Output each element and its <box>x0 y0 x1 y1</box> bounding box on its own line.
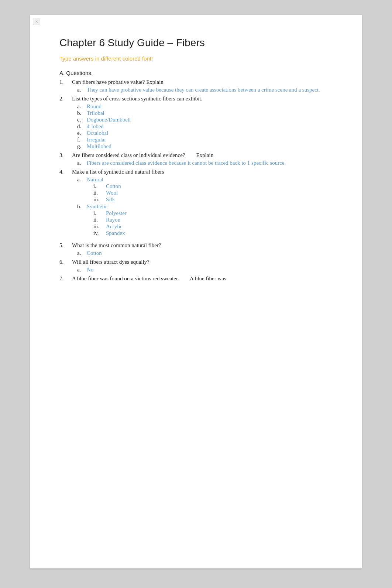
sub-label: iii. <box>93 196 104 203</box>
answer-text: Irregular <box>87 137 106 143</box>
sub-label: i. <box>93 183 104 189</box>
document-page: ✕ Chapter 6 Study Guide – Fibers Type an… <box>30 15 362 569</box>
section-a-header: A. Questions. <box>59 70 333 76</box>
sub-text: Polyester <box>106 210 127 216</box>
answer-label: f. <box>77 137 85 143</box>
answer-text: Octalobal <box>87 130 108 136</box>
list-item: a. Cotton <box>77 250 333 256</box>
q1-answers: a. They can have probative value because… <box>59 87 333 93</box>
list-item: g. Multilobed <box>77 143 333 150</box>
list-item: a. Natural <box>77 177 333 183</box>
q6-number: 6. <box>59 259 70 265</box>
answer-text: Round <box>87 103 102 110</box>
q4-text: Make a list of synthetic and natural fib… <box>72 169 164 175</box>
answer-label: d. <box>77 123 85 130</box>
list-item: iii. Acrylic <box>93 223 333 230</box>
q3-answers: a. Fibers are considered class evidence … <box>59 160 333 167</box>
answer-text: Dogbone/Dumbbell <box>87 117 131 123</box>
answer-label: c. <box>77 117 85 123</box>
q5-number: 5. <box>59 242 70 249</box>
q6-answers: a. No <box>59 267 333 273</box>
q2-text: List the types of cross sections synthet… <box>72 96 202 102</box>
list-item: a. No <box>77 267 333 273</box>
list-item: i. Cotton <box>93 183 333 189</box>
answer-label: b. <box>77 204 85 210</box>
answer-text-natural: Natural <box>87 177 103 183</box>
sub-label: ii. <box>93 190 104 196</box>
list-item: c. Dogbone/Dumbbell <box>77 117 333 123</box>
answer-label: a. <box>77 103 85 110</box>
list-item: b. Trilobal <box>77 110 333 116</box>
list-item: iii. Silk <box>93 196 333 203</box>
answer-text: No <box>87 267 93 273</box>
answer-text-synthetic: Synthetic <box>87 204 108 210</box>
sub-label: i. <box>93 210 104 216</box>
sub-text: Cotton <box>106 183 121 189</box>
list-item: a. Round <box>77 103 333 110</box>
answer-label: e. <box>77 130 85 136</box>
natural-sub-list: i. Cotton ii. Wool iii. Silk <box>77 183 333 203</box>
question-6: 6. Will all fibers attract dyes equally?… <box>59 259 333 275</box>
answer-label: a. <box>77 250 85 256</box>
q5-answers: a. Cotton <box>59 250 333 257</box>
sub-text: Silk <box>106 196 115 203</box>
page-title: Chapter 6 Study Guide – Fibers <box>59 37 333 49</box>
list-item: b. Synthetic <box>77 204 333 210</box>
q4-number: 4. <box>59 169 70 175</box>
answer-label: g. <box>77 143 85 150</box>
answer-label: b. <box>77 110 85 116</box>
list-item: a. Fibers are considered class evidence … <box>77 160 333 166</box>
answer-text: Cotton <box>87 250 102 256</box>
answer-text: Fibers are considered class evidence bec… <box>87 160 286 166</box>
list-item: i. Polyester <box>93 210 333 216</box>
sub-label: iv. <box>93 230 104 236</box>
question-5: 5. What is the most common natural fiber… <box>59 242 333 258</box>
list-item: ii. Rayon <box>93 217 333 223</box>
instruction-text: Type answers in different colored font! <box>59 55 333 62</box>
answer-text: Multilobed <box>87 143 111 150</box>
question-2: 2. List the types of cross sections synt… <box>59 96 333 151</box>
answer-label: a. <box>77 267 85 273</box>
list-item: a. They can have probative value because… <box>77 87 333 93</box>
q7-text: A blue fiber was found on a victims red … <box>72 276 226 282</box>
question-7: 7. A blue fiber was found on a victims r… <box>59 276 333 283</box>
sub-text: Rayon <box>106 217 120 223</box>
list-item: e. Octalobal <box>77 130 333 136</box>
q7-number: 7. <box>59 276 70 282</box>
q5-text: What is the most common natural fiber? <box>72 242 161 249</box>
question-4: 4. Make a list of synthetic and natural … <box>59 169 333 239</box>
sub-label: iii. <box>93 223 104 230</box>
answer-text: 4-lobed <box>87 123 104 130</box>
q2-number: 2. <box>59 96 70 102</box>
sub-label: ii. <box>93 217 104 223</box>
answer-text: They can have probative value because th… <box>87 87 320 93</box>
q3-text: Are fibers considered class or individua… <box>72 152 213 158</box>
answer-text: Trilobal <box>87 110 104 116</box>
answer-label: a. <box>77 177 85 183</box>
q4-answers: a. Natural i. Cotton ii. Wool iii. Silk … <box>59 177 333 237</box>
answer-label: a. <box>77 160 85 166</box>
q2-answers: a. Round b. Trilobal c. Dogbone/Dumbbell… <box>59 103 333 150</box>
list-item: ii. Wool <box>93 190 333 196</box>
q6-text: Will all fibers attract dyes equally? <box>72 259 149 265</box>
q3-number: 3. <box>59 152 70 158</box>
broken-image-icon: ✕ <box>33 18 40 25</box>
synthetic-sub-list: i. Polyester ii. Rayon iii. Acrylic iv. … <box>77 210 333 236</box>
question-3: 3. Are fibers considered class or indivi… <box>59 152 333 168</box>
sub-text: Spandex <box>106 230 125 236</box>
list-item: d. 4-lobed <box>77 123 333 130</box>
list-item: iv. Spandex <box>93 230 333 236</box>
q1-text: Can fibers have probative value? Explain <box>72 79 164 85</box>
list-item: f. Irregular <box>77 137 333 143</box>
sub-text: Acrylic <box>106 223 123 230</box>
sub-text: Wool <box>106 190 118 196</box>
q1-number: 1. <box>59 79 70 85</box>
question-1: 1. Can fibers have probative value? Expl… <box>59 79 333 95</box>
answer-label-a: a. <box>77 87 85 93</box>
